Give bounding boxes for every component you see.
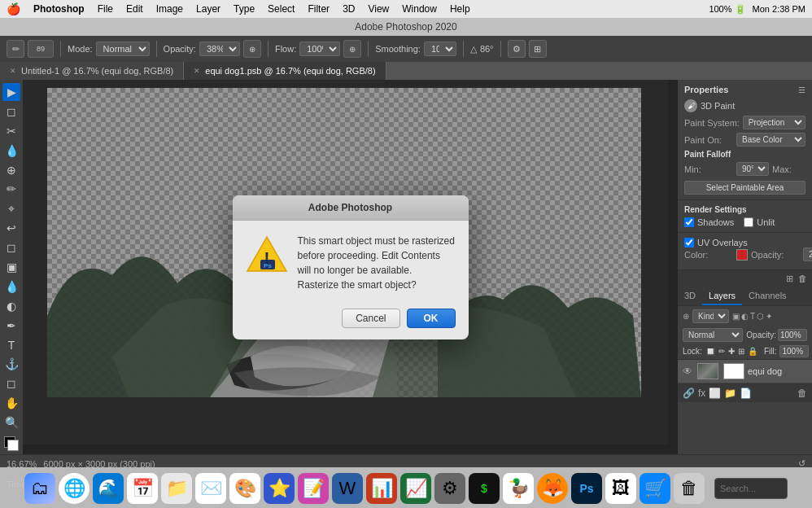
app-menu-photoshop[interactable]: Photoshop xyxy=(33,3,85,15)
cancel-button[interactable]: Cancel xyxy=(342,309,399,328)
layer-visibility-icon[interactable]: 👁 xyxy=(683,366,694,377)
mode-select[interactable]: Normal xyxy=(96,42,150,56)
dock-notes[interactable]: 📝 xyxy=(298,473,329,504)
dock-word[interactable]: W xyxy=(332,473,363,504)
dock-terminal[interactable]: $ xyxy=(469,473,500,504)
canvas-area[interactable]: Adobe Photoshop ! Ps xyxy=(23,80,678,454)
link-layers-icon[interactable]: 🔗 xyxy=(683,388,695,399)
smart-filter-icon[interactable]: ✦ xyxy=(766,312,772,321)
dock-trash[interactable]: 🗑 xyxy=(674,473,705,504)
uv-overlays-checkbox[interactable] xyxy=(684,238,694,247)
menu-type[interactable]: Type xyxy=(234,3,255,15)
kind-select[interactable]: Kind xyxy=(692,309,729,323)
flow-select[interactable]: 100% xyxy=(299,42,340,56)
type-filter-icon[interactable]: T xyxy=(750,312,755,321)
new-layer-icon[interactable]: 📄 xyxy=(740,388,752,399)
gradient-tool[interactable]: ▣ xyxy=(2,258,20,276)
menu-help[interactable]: Help xyxy=(450,3,470,15)
dock-vmware[interactable]: ⚙ xyxy=(434,473,465,504)
tab-layers[interactable]: Layers xyxy=(702,287,742,305)
dock-photoshop[interactable]: Ps xyxy=(571,473,602,504)
dock-finder[interactable]: 🗂 xyxy=(24,473,55,504)
foreground-color-swatch[interactable] xyxy=(4,436,19,451)
eraser-tool[interactable]: ◻ xyxy=(2,239,20,256)
delete-layer-icon[interactable]: 🗑 xyxy=(797,388,807,399)
lock-artboard-icon[interactable]: ⊞ xyxy=(738,347,744,356)
opacity-pressure-icon[interactable]: ⊕ xyxy=(243,40,261,58)
blur-tool[interactable]: 💧 xyxy=(2,278,20,296)
paint-system-select[interactable]: Projection xyxy=(743,116,805,129)
lock-all-icon[interactable]: 🔒 xyxy=(748,347,757,356)
dock-firefox[interactable]: 🦊 xyxy=(537,473,568,504)
ok-button[interactable]: OK xyxy=(407,309,456,328)
adjustment-filter-icon[interactable]: ◐ xyxy=(741,312,749,321)
lasso-tool[interactable]: ◻ xyxy=(2,103,20,120)
clone-tool[interactable]: ⌖ xyxy=(2,199,20,217)
apple-menu[interactable]: 🍎 xyxy=(7,2,20,15)
dock-appstore[interactable]: 🛒 xyxy=(640,473,670,504)
add-mask-icon[interactable]: ⬜ xyxy=(709,388,721,399)
tab-untitled-close[interactable]: ✕ xyxy=(10,67,16,75)
path-selection-tool[interactable]: ⚓ xyxy=(2,355,20,373)
properties-footer-icon1[interactable]: ⊞ xyxy=(786,274,793,284)
brush-tool-icon[interactable]: ✏ xyxy=(7,40,24,58)
dock-edge[interactable]: 🌊 xyxy=(93,473,124,504)
select-paintable-area-button[interactable]: Select Paintable Area xyxy=(684,181,805,195)
move-tool[interactable]: ▶ xyxy=(2,83,20,101)
pen-tool[interactable]: ✒ xyxy=(2,317,20,335)
tab-untitled[interactable]: ✕ Untitled-1 @ 16.7% (equi dog, RGB/8) xyxy=(0,62,184,80)
lock-pixels-icon[interactable]: ✏ xyxy=(718,347,725,356)
menu-window[interactable]: Window xyxy=(402,3,437,15)
dock-calendar[interactable]: 📅 xyxy=(127,473,158,504)
add-fx-icon[interactable]: fx xyxy=(698,388,705,399)
dock-excel[interactable]: 📈 xyxy=(400,473,431,504)
crop-tool[interactable]: ✂ xyxy=(2,122,20,140)
options-icon[interactable]: ⊞ xyxy=(529,40,547,58)
type-tool[interactable]: T xyxy=(2,336,20,354)
menu-file[interactable]: File xyxy=(98,3,113,15)
menu-edit[interactable]: Edit xyxy=(126,3,143,15)
tab-equidog-close[interactable]: ✕ xyxy=(194,67,200,75)
dock-chrome[interactable]: 🌐 xyxy=(59,473,89,504)
min-select[interactable]: 90° xyxy=(736,162,769,176)
hand-tool[interactable]: ✋ xyxy=(2,394,20,412)
lock-transparent-icon[interactable]: 🔲 xyxy=(705,347,715,356)
tab-3d[interactable]: 3D xyxy=(678,287,702,305)
dock-search-input[interactable] xyxy=(714,478,788,499)
paint-on-select[interactable]: Base Color xyxy=(736,133,805,147)
tab-channels[interactable]: Channels xyxy=(742,287,792,305)
dock-paintbucket[interactable]: 🎨 xyxy=(229,473,260,504)
new-group-icon[interactable]: 📁 xyxy=(724,388,736,399)
layer-equidog[interactable]: 👁 equi dog xyxy=(678,360,812,383)
dock-preview[interactable]: 🖼 xyxy=(605,473,636,504)
lock-position-icon[interactable]: ✚ xyxy=(728,347,735,356)
dock-duck[interactable]: 🦆 xyxy=(503,473,534,504)
menu-select[interactable]: Select xyxy=(268,3,295,15)
pixel-filter-icon[interactable]: ▣ xyxy=(732,312,740,321)
opacity-input[interactable] xyxy=(778,329,807,341)
dock-mail[interactable]: ✉️ xyxy=(195,473,226,504)
menu-view[interactable]: View xyxy=(368,3,389,15)
menu-filter[interactable]: Filter xyxy=(308,3,330,15)
smoothing-select[interactable]: 10% xyxy=(424,42,456,56)
properties-footer-icon2[interactable]: 🗑 xyxy=(798,274,807,284)
eyedropper-tool[interactable]: 💧 xyxy=(2,142,20,160)
history-brush-tool[interactable]: ↩ xyxy=(2,219,20,237)
shape-tool[interactable]: ◻ xyxy=(2,374,20,392)
properties-options-icon[interactable]: ☰ xyxy=(798,85,805,94)
menu-3d[interactable]: 3D xyxy=(343,3,355,15)
brush-tool[interactable]: ✏ xyxy=(2,180,20,198)
uv-opacity-select[interactable]: 26% xyxy=(803,247,812,261)
uv-color-swatch[interactable] xyxy=(736,249,748,261)
zoom-tool[interactable]: 🔍 xyxy=(2,414,20,431)
shape-filter-icon[interactable]: ⬡ xyxy=(757,312,764,321)
dodge-tool[interactable]: ◐ xyxy=(2,297,20,315)
healing-tool[interactable]: ⊕ xyxy=(2,161,20,179)
dock-powerpoint[interactable]: 📊 xyxy=(366,473,397,504)
dock-starfish[interactable]: ⭐ xyxy=(264,473,295,504)
flow-pressure-icon[interactable]: ⊕ xyxy=(343,40,361,58)
unlit-checkbox[interactable] xyxy=(744,217,753,227)
opacity-select[interactable]: 38% xyxy=(199,42,240,56)
blend-mode-select[interactable]: Normal xyxy=(683,328,743,342)
shadows-checkbox[interactable] xyxy=(684,217,694,227)
